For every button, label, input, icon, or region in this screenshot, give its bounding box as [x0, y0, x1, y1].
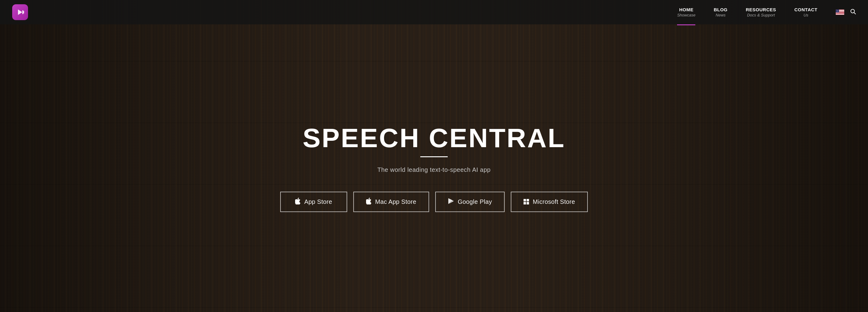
nav-item-home[interactable]: HOME Showcase: [668, 7, 705, 18]
navbar: HOME Showcase BLOG News RESOURCES Docs &…: [0, 0, 868, 24]
nav-sublabel-blog: News: [714, 13, 727, 18]
svg-line-3: [854, 12, 856, 14]
hero-section: HOME Showcase BLOG News RESOURCES Docs &…: [0, 0, 868, 312]
nav-label-contact: CONTACT: [794, 7, 817, 12]
nav-label-blog: BLOG: [714, 7, 727, 12]
microsoft-store-button[interactable]: Microsoft Store: [511, 192, 588, 212]
nav-sublabel-contact: Us: [794, 13, 817, 18]
nav-label-home: HOME: [677, 7, 695, 12]
hero-content: SPEECH CENTRAL The world leading text-to…: [0, 24, 868, 312]
hero-divider: [420, 156, 448, 157]
nav-right: [836, 9, 856, 16]
nav-item-resources[interactable]: RESOURCES Docs & Support: [737, 7, 785, 18]
store-buttons: App Store Mac App Store: [280, 192, 588, 212]
google-play-label: Google Play: [458, 198, 492, 205]
nav-item-contact[interactable]: CONTACT Us: [785, 7, 827, 18]
nav-item-blog[interactable]: BLOG News: [705, 7, 737, 18]
app-logo[interactable]: [12, 4, 28, 20]
hero-title: SPEECH CENTRAL: [303, 125, 565, 151]
microsoft-store-label: Microsoft Store: [533, 198, 575, 205]
hero-subtitle: The world leading text-to-speech AI app: [377, 166, 491, 174]
mac-apple-icon: [366, 198, 372, 206]
mac-app-store-label: Mac App Store: [375, 198, 416, 205]
logo-container: [12, 4, 28, 20]
nav-sublabel-resources: Docs & Support: [746, 13, 776, 18]
app-store-label: App Store: [304, 198, 332, 205]
nav-sublabel-home: Showcase: [677, 13, 695, 18]
google-play-icon: [448, 198, 454, 206]
nav-label-resources: RESOURCES: [746, 7, 776, 12]
app-store-button[interactable]: App Store: [280, 192, 347, 212]
windows-icon: [524, 199, 529, 205]
nav-links: HOME Showcase BLOG News RESOURCES Docs &…: [668, 7, 827, 18]
language-flag[interactable]: [836, 9, 844, 15]
google-play-button[interactable]: Google Play: [435, 192, 505, 212]
mac-app-store-button[interactable]: Mac App Store: [353, 192, 429, 212]
apple-icon: [295, 198, 301, 206]
search-icon[interactable]: [850, 9, 856, 16]
